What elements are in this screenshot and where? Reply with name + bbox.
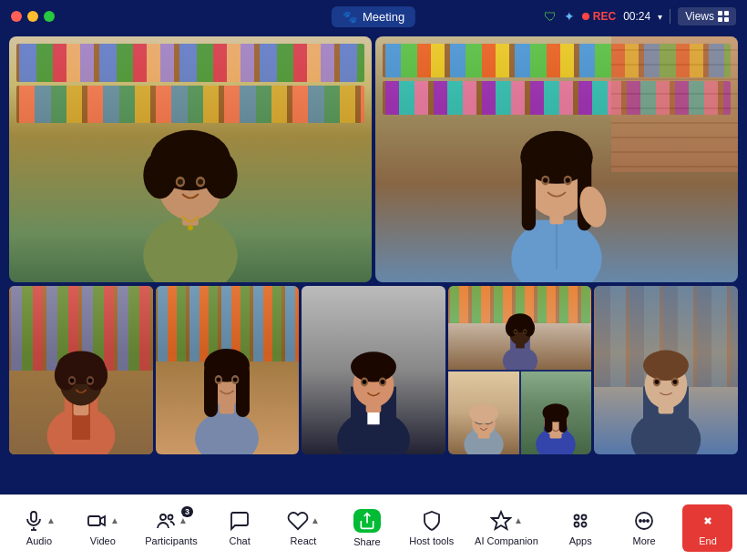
svg-point-78	[469, 403, 498, 423]
ai-chevron-icon: ▲	[514, 515, 523, 525]
svg-point-48	[233, 377, 238, 382]
sub-cell-4a	[448, 286, 592, 370]
grid-views-icon	[718, 11, 729, 22]
person-sil-9	[594, 303, 738, 455]
svg-point-7	[200, 143, 228, 180]
audio-chevron-icon: ▲	[46, 515, 56, 525]
person-sil-5	[302, 303, 445, 455]
svg-point-10	[178, 178, 183, 184]
close-dot[interactable]	[11, 11, 22, 22]
end-button[interactable]: End	[682, 504, 732, 552]
video-feed-9	[594, 286, 738, 454]
titlebar: 🐾 Meeting 🛡 ✦ REC 00:24 ▾ Views	[0, 0, 747, 33]
divider	[670, 9, 670, 24]
svg-point-109	[643, 520, 645, 522]
chat-icon-area	[229, 510, 251, 532]
svg-point-104	[582, 514, 587, 519]
svg-rect-43	[204, 363, 218, 416]
video-chevron-icon: ▲	[110, 515, 119, 525]
svg-point-59	[380, 380, 384, 384]
timer-display: 00:24	[623, 10, 650, 23]
svg-point-105	[575, 522, 579, 526]
chat-icon	[229, 510, 251, 532]
toolbar: ▲ Audio ▲ Video 3 ▲ Participants	[0, 494, 747, 560]
share-icon-bg	[353, 509, 381, 533]
share-label: Share	[353, 536, 380, 547]
svg-point-94	[673, 380, 678, 384]
chat-label: Chat	[229, 535, 250, 546]
svg-rect-85	[559, 412, 568, 433]
video-feed-4	[156, 286, 300, 454]
window-controls	[11, 11, 55, 22]
ai-icon	[490, 510, 512, 532]
svg-point-103	[575, 514, 579, 519]
svg-point-37	[87, 378, 92, 382]
person-sil-3	[9, 303, 153, 455]
svg-rect-98	[88, 516, 100, 525]
participants-badge: 3	[181, 506, 193, 517]
video-cell-2[interactable]	[375, 36, 738, 282]
audio-button[interactable]: ▲ Audio	[14, 503, 64, 554]
more-icon	[633, 510, 655, 532]
svg-point-90	[643, 350, 689, 380]
security-shield-icon: 🛡	[544, 9, 557, 24]
meeting-title[interactable]: 🐾 Meeting	[332, 6, 415, 27]
react-chevron-icon: ▲	[311, 515, 320, 525]
svg-point-58	[362, 380, 366, 384]
participants-icon	[155, 510, 177, 532]
svg-point-100	[169, 514, 173, 519]
svg-point-33	[85, 360, 107, 390]
more-button[interactable]: More	[619, 503, 670, 554]
video-cell-1[interactable]	[9, 36, 372, 282]
share-icon-area	[353, 509, 381, 533]
gallery-cell-5[interactable]	[594, 286, 738, 454]
react-label: React	[291, 535, 317, 546]
share-button[interactable]: Share	[342, 502, 392, 555]
svg-marker-102	[492, 512, 510, 529]
views-label: Views	[685, 10, 714, 23]
svg-rect-95	[31, 512, 36, 522]
maximize-dot[interactable]	[44, 11, 55, 22]
svg-point-70	[523, 330, 526, 332]
host-icon-area	[421, 510, 443, 532]
gallery-cell-2[interactable]	[156, 286, 300, 454]
mic-icon	[23, 510, 45, 532]
video-feed-5	[302, 286, 445, 454]
participants-button[interactable]: 3 ▲ Participants	[141, 503, 200, 554]
more-icon-area	[633, 510, 655, 532]
audio-icon-area: ▲	[23, 510, 56, 532]
svg-point-24	[566, 178, 570, 182]
svg-point-66	[523, 319, 535, 336]
ai-icon-area: ▲	[490, 510, 523, 532]
svg-point-47	[217, 377, 221, 382]
meeting-icon: 🐾	[343, 10, 357, 24]
video-feed-2	[375, 36, 738, 282]
chat-button[interactable]: Chat	[215, 503, 265, 554]
chevron-down-icon[interactable]: ▾	[658, 12, 662, 22]
host-icon	[421, 510, 443, 532]
person-sil-8	[521, 375, 592, 454]
minimize-dot[interactable]	[27, 11, 38, 22]
react-button[interactable]: ▲ React	[278, 503, 328, 554]
end-icon	[697, 510, 719, 532]
svg-point-6	[153, 143, 180, 180]
svg-point-99	[160, 514, 166, 520]
video-feed-1	[9, 36, 372, 282]
svg-rect-44	[236, 363, 250, 416]
gallery-cell-4[interactable]	[448, 286, 592, 454]
svg-point-12	[188, 225, 193, 230]
host-tools-button[interactable]: Host tools	[405, 503, 457, 554]
react-icon-area: ▲	[287, 510, 320, 532]
ai-companion-button[interactable]: ▲ AI Companion	[471, 503, 542, 554]
video-button[interactable]: ▲ Video	[77, 503, 128, 554]
gallery-cell-1[interactable]	[9, 286, 153, 454]
share-icon	[358, 512, 376, 530]
gallery-cell-3[interactable]	[302, 286, 445, 454]
end-label: End	[699, 535, 717, 546]
svg-point-32	[55, 360, 77, 390]
svg-point-36	[69, 378, 74, 382]
apps-icon	[569, 510, 591, 532]
person-sil-4	[156, 303, 300, 455]
apps-button[interactable]: Apps	[556, 503, 606, 554]
views-button[interactable]: Views	[678, 7, 736, 25]
